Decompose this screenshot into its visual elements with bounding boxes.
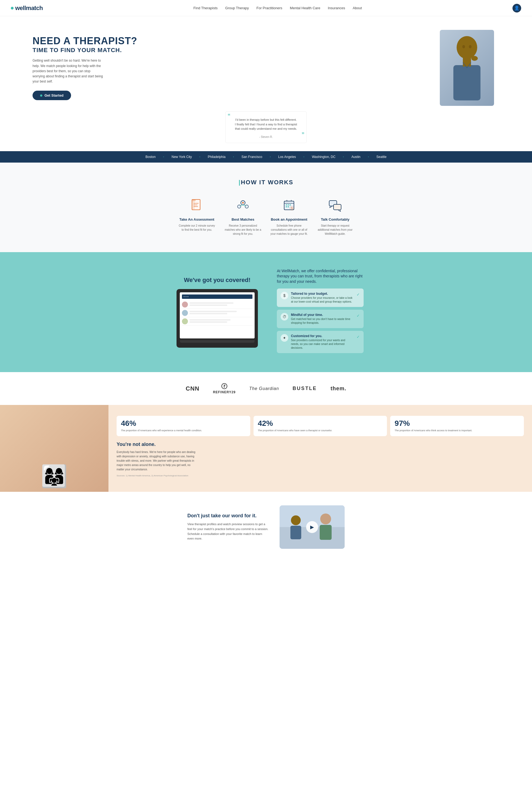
covered-card-budget: $ Tailored to your budget. Choose provid… bbox=[277, 288, 364, 307]
covered-title: We've got you covered! bbox=[168, 277, 266, 284]
stat-card-1: 42% The proportion of Americans who have… bbox=[253, 416, 387, 436]
press-section: CNN ⓡREFINERY29 The Guardian BUSTLE them… bbox=[0, 372, 532, 405]
time-check: ✓ bbox=[357, 314, 360, 318]
quote-author: - Steven R. bbox=[231, 135, 301, 139]
stats-content: 46% The proportion of Americans who will… bbox=[108, 405, 532, 492]
press-them: them. bbox=[331, 386, 346, 392]
stats-image: 👩‍👩‍👧 bbox=[0, 405, 108, 492]
svg-rect-35 bbox=[290, 526, 301, 539]
dot2: • bbox=[195, 156, 204, 158]
svg-point-13 bbox=[238, 205, 241, 208]
book-appointment-icon bbox=[281, 197, 298, 214]
stat-desc-1: The proportion of Americans who have see… bbox=[258, 429, 383, 432]
svg-rect-37 bbox=[320, 525, 332, 540]
step-best-matches-title: Best Matches bbox=[224, 217, 262, 222]
hero-person-image bbox=[440, 30, 494, 106]
customized-title: Customized for you. bbox=[291, 334, 354, 338]
user-avatar-button[interactable]: 👤 bbox=[512, 4, 521, 13]
nav-mental-health-care[interactable]: Mental Health Care bbox=[290, 6, 320, 10]
dot6: • bbox=[339, 156, 347, 158]
hero-section: NEED A THERAPIST? TIME TO FIND YOUR MATC… bbox=[0, 16, 532, 151]
time-desc: Get matched fast so you don't have to wa… bbox=[291, 317, 354, 325]
covered-right: At WellMatch, we offer confidential, pro… bbox=[277, 269, 364, 356]
step-talk-title: Talk Comfortably bbox=[316, 217, 354, 222]
svg-rect-28 bbox=[286, 206, 287, 207]
step-book-desc: Schedule free phone consultations with o… bbox=[270, 224, 308, 236]
svg-point-36 bbox=[320, 513, 331, 524]
nav-group-therapy[interactable]: Group Therapy bbox=[225, 6, 249, 10]
nav-about[interactable]: About bbox=[353, 6, 362, 10]
nav-find-therapists[interactable]: Find Therapists bbox=[193, 6, 217, 10]
budget-check: ✓ bbox=[357, 292, 360, 297]
dot4: • bbox=[266, 156, 274, 158]
how-step-assessment: Take An Assessment Complete our 2 minute… bbox=[178, 197, 216, 236]
nav-links: Find Therapists Group Therapy For Practi… bbox=[193, 6, 362, 10]
stat-number-2: 97% bbox=[394, 420, 519, 427]
nav-insurances[interactable]: Insurances bbox=[328, 6, 345, 10]
svg-point-34 bbox=[291, 515, 301, 525]
city-austin[interactable]: Austin bbox=[347, 155, 364, 159]
step-best-matches-desc: Receive 3 personalized matches who are l… bbox=[224, 224, 262, 236]
stat-number-0: 46% bbox=[121, 420, 246, 427]
stat-desc-0: The proportion of Americans who will exp… bbox=[121, 429, 246, 432]
svg-rect-1 bbox=[453, 65, 481, 100]
proof-desc: View therapist profiles and watch previe… bbox=[187, 522, 269, 541]
get-started-button[interactable]: Get Started bbox=[32, 91, 71, 100]
dot1: • bbox=[160, 156, 168, 158]
hero-person-svg bbox=[442, 32, 491, 103]
how-step-book-appointment: Book an Appointment Schedule free phone … bbox=[270, 197, 308, 236]
budget-icon: $ bbox=[281, 292, 288, 299]
city-new-york[interactable]: New York City bbox=[168, 155, 196, 159]
logo[interactable]: wellmatch bbox=[11, 5, 43, 12]
proof-title: Don't just take our word for it. bbox=[187, 513, 269, 519]
how-step-talk: Talk Comfortably Start therapy or reques… bbox=[316, 197, 354, 236]
press-refinery: ⓡREFINERY29 bbox=[213, 383, 236, 394]
city-washington[interactable]: Washington, DC bbox=[308, 155, 339, 159]
title-accent: | bbox=[239, 179, 241, 186]
how-section-title: | HOW IT WORKS bbox=[11, 179, 521, 186]
svg-rect-31 bbox=[334, 204, 341, 210]
svg-rect-26 bbox=[288, 204, 289, 205]
proof-text: Don't just take our word for it. View th… bbox=[187, 513, 269, 541]
logo-text: wellmatch bbox=[15, 5, 43, 12]
how-steps-container: Take An Assessment Complete our 2 minute… bbox=[11, 197, 521, 236]
hero-headline2: TIME TO FIND YOUR MATCH. bbox=[32, 47, 434, 54]
svg-rect-27 bbox=[290, 204, 291, 205]
city-los-angeles[interactable]: Los Angeles bbox=[274, 155, 299, 159]
budget-desc: Choose providers for your insurance, or … bbox=[291, 296, 354, 304]
nav-for-practitioners[interactable]: For Practitioners bbox=[257, 6, 282, 10]
svg-rect-2 bbox=[463, 57, 471, 67]
dot5: • bbox=[299, 156, 308, 158]
assessment-icon bbox=[188, 197, 205, 214]
play-button[interactable]: ▶ bbox=[306, 521, 318, 533]
stats-section: 👩‍👩‍👧 46% The proportion of Americans wh… bbox=[0, 405, 532, 492]
stat-number-1: 42% bbox=[258, 420, 383, 427]
svg-point-3 bbox=[471, 56, 478, 61]
svg-rect-11 bbox=[192, 200, 195, 209]
city-boston[interactable]: Boston bbox=[142, 155, 160, 159]
svg-rect-25 bbox=[286, 204, 287, 205]
press-bustle: BUSTLE bbox=[293, 386, 317, 391]
svg-point-0 bbox=[457, 36, 477, 59]
customized-icon: ✦ bbox=[281, 334, 288, 342]
city-philadelphia[interactable]: Philadelphia bbox=[204, 155, 229, 159]
customized-desc: See providers customized for your wants … bbox=[291, 339, 354, 350]
covered-left: We've got you covered! bbox=[168, 277, 266, 348]
stat-desc-2: The proportion of Americans who think ac… bbox=[394, 429, 519, 432]
city-seattle[interactable]: Seattle bbox=[372, 155, 390, 159]
city-san-francisco[interactable]: San Francisco bbox=[238, 155, 266, 159]
svg-rect-29 bbox=[288, 206, 289, 207]
laptop-screen bbox=[180, 292, 255, 339]
dot3: • bbox=[229, 156, 238, 158]
get-started-label: Get Started bbox=[45, 93, 64, 97]
svg-point-14 bbox=[245, 205, 248, 208]
step-assessment-title: Take An Assessment bbox=[178, 217, 216, 222]
hero-content: NEED A THERAPIST? TIME TO FIND YOUR MATC… bbox=[32, 36, 434, 100]
svg-point-17 bbox=[242, 202, 244, 204]
covered-card-customized: ✦ Customized for you. See providers cust… bbox=[277, 331, 364, 353]
covered-description: At WellMatch, we offer confidential, pro… bbox=[277, 269, 364, 284]
user-icon: 👤 bbox=[514, 5, 519, 10]
press-guardian: The Guardian bbox=[249, 386, 279, 391]
proof-video: ▶ bbox=[280, 505, 345, 549]
proof-section: Don't just take our word for it. View th… bbox=[0, 492, 532, 562]
